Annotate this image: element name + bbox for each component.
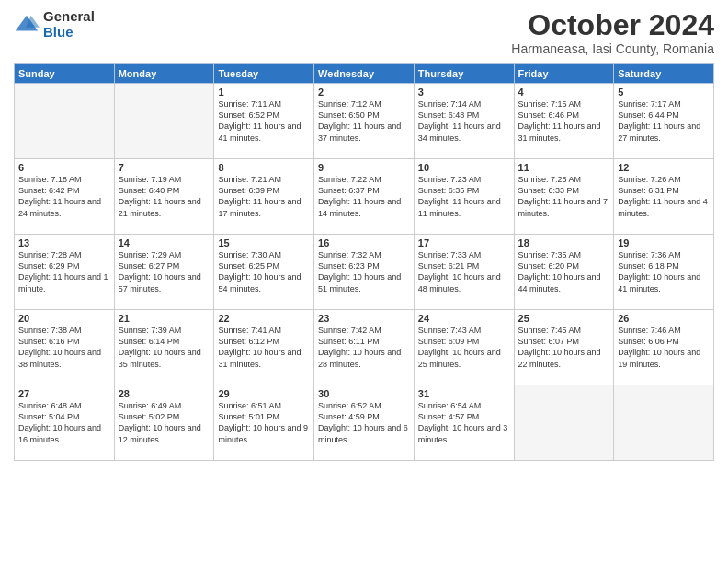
logo-blue-text: Blue <box>43 25 95 40</box>
day-number: 7 <box>119 162 210 173</box>
day-number: 17 <box>418 237 510 248</box>
day-number: 13 <box>18 237 110 248</box>
day-info: Sunrise: 7:12 AM Sunset: 6:50 PM Dayligh… <box>318 98 410 144</box>
day-info: Sunrise: 7:39 AM Sunset: 6:14 PM Dayligh… <box>119 325 210 370</box>
header-friday: Friday <box>514 64 614 84</box>
day-info: Sunrise: 6:51 AM Sunset: 5:01 PM Dayligh… <box>218 400 310 445</box>
day-info: Sunrise: 7:33 AM Sunset: 6:21 PM Dayligh… <box>418 249 510 294</box>
title-block: October 2024 Harmaneasa, Iasi County, Ro… <box>511 9 714 56</box>
day-info: Sunrise: 7:11 AM Sunset: 6:52 PM Dayligh… <box>218 98 310 144</box>
day-info: Sunrise: 7:38 AM Sunset: 6:16 PM Dayligh… <box>18 325 110 370</box>
header-wednesday: Wednesday <box>314 64 415 84</box>
day-number: 24 <box>418 313 510 324</box>
day-info: Sunrise: 7:22 AM Sunset: 6:37 PM Dayligh… <box>318 174 410 219</box>
day-number: 14 <box>119 237 210 248</box>
day-number: 31 <box>418 388 510 399</box>
header: General Blue October 2024 Harmaneasa, Ia… <box>14 9 714 56</box>
day-info: Sunrise: 7:14 AM Sunset: 6:48 PM Dayligh… <box>418 98 510 144</box>
logo-icon <box>14 12 40 38</box>
header-thursday: Thursday <box>414 64 514 84</box>
day-info: Sunrise: 7:30 AM Sunset: 6:25 PM Dayligh… <box>218 249 310 294</box>
day-info: Sunrise: 7:28 AM Sunset: 6:29 PM Dayligh… <box>18 249 110 294</box>
day-info: Sunrise: 7:42 AM Sunset: 6:11 PM Dayligh… <box>318 325 410 370</box>
table-row: 29Sunrise: 6:51 AM Sunset: 5:01 PM Dayli… <box>214 385 314 461</box>
day-info: Sunrise: 7:15 AM Sunset: 6:46 PM Dayligh… <box>518 98 610 144</box>
table-row: 12Sunrise: 7:26 AM Sunset: 6:31 PM Dayli… <box>614 159 714 235</box>
header-sunday: Sunday <box>15 64 115 84</box>
table-row: 11Sunrise: 7:25 AM Sunset: 6:33 PM Dayli… <box>514 159 614 235</box>
table-row: 25Sunrise: 7:45 AM Sunset: 6:07 PM Dayli… <box>514 310 614 385</box>
day-number: 28 <box>119 388 210 399</box>
table-row: 23Sunrise: 7:42 AM Sunset: 6:11 PM Dayli… <box>314 310 415 385</box>
day-info: Sunrise: 7:26 AM Sunset: 6:31 PM Dayligh… <box>618 174 710 219</box>
day-info: Sunrise: 7:25 AM Sunset: 6:33 PM Dayligh… <box>518 174 610 219</box>
logo-text: General Blue <box>43 9 95 40</box>
day-info: Sunrise: 6:48 AM Sunset: 5:04 PM Dayligh… <box>18 400 110 445</box>
table-row <box>514 385 614 461</box>
day-info: Sunrise: 7:35 AM Sunset: 6:20 PM Dayligh… <box>518 249 610 294</box>
day-number: 30 <box>318 388 410 399</box>
header-tuesday: Tuesday <box>214 64 314 84</box>
day-number: 12 <box>618 162 710 173</box>
table-row: 28Sunrise: 6:49 AM Sunset: 5:02 PM Dayli… <box>114 385 214 461</box>
day-number: 10 <box>418 162 510 173</box>
table-row: 19Sunrise: 7:36 AM Sunset: 6:18 PM Dayli… <box>614 235 714 310</box>
day-number: 26 <box>618 313 710 324</box>
day-number: 23 <box>318 313 410 324</box>
table-row: 21Sunrise: 7:39 AM Sunset: 6:14 PM Dayli… <box>114 310 214 385</box>
table-row: 26Sunrise: 7:46 AM Sunset: 6:06 PM Dayli… <box>614 310 714 385</box>
day-info: Sunrise: 7:43 AM Sunset: 6:09 PM Dayligh… <box>418 325 510 370</box>
day-number: 29 <box>218 388 310 399</box>
table-row: 4Sunrise: 7:15 AM Sunset: 6:46 PM Daylig… <box>514 84 614 159</box>
header-saturday: Saturday <box>614 64 714 84</box>
logo-general-text: General <box>43 9 95 25</box>
title-month: October 2024 <box>511 9 714 41</box>
table-row: 1Sunrise: 7:11 AM Sunset: 6:52 PM Daylig… <box>214 84 314 159</box>
table-row: 7Sunrise: 7:19 AM Sunset: 6:40 PM Daylig… <box>114 159 214 235</box>
day-number: 21 <box>119 313 210 324</box>
table-row <box>114 84 214 159</box>
calendar-row-1: 6Sunrise: 7:18 AM Sunset: 6:42 PM Daylig… <box>15 159 714 235</box>
table-row: 5Sunrise: 7:17 AM Sunset: 6:44 PM Daylig… <box>614 84 714 159</box>
table-row: 20Sunrise: 7:38 AM Sunset: 6:16 PM Dayli… <box>15 310 115 385</box>
day-info: Sunrise: 6:49 AM Sunset: 5:02 PM Dayligh… <box>119 400 210 445</box>
table-row <box>614 385 714 461</box>
day-info: Sunrise: 6:54 AM Sunset: 4:57 PM Dayligh… <box>418 400 510 445</box>
day-number: 11 <box>518 162 610 173</box>
table-row: 22Sunrise: 7:41 AM Sunset: 6:12 PM Dayli… <box>214 310 314 385</box>
day-info: Sunrise: 7:17 AM Sunset: 6:44 PM Dayligh… <box>618 98 710 144</box>
table-row: 2Sunrise: 7:12 AM Sunset: 6:50 PM Daylig… <box>314 84 415 159</box>
day-number: 22 <box>218 313 310 324</box>
day-info: Sunrise: 7:18 AM Sunset: 6:42 PM Dayligh… <box>18 174 110 219</box>
day-info: Sunrise: 7:36 AM Sunset: 6:18 PM Dayligh… <box>618 249 710 294</box>
day-info: Sunrise: 7:32 AM Sunset: 6:23 PM Dayligh… <box>318 249 410 294</box>
calendar-row-4: 27Sunrise: 6:48 AM Sunset: 5:04 PM Dayli… <box>15 385 714 461</box>
day-number: 3 <box>418 86 510 98</box>
calendar-table: Sunday Monday Tuesday Wednesday Thursday… <box>14 63 714 461</box>
logo: General Blue <box>14 9 95 40</box>
day-number: 9 <box>318 162 410 173</box>
day-number: 1 <box>218 86 310 98</box>
day-number: 16 <box>318 237 410 248</box>
calendar-row-2: 13Sunrise: 7:28 AM Sunset: 6:29 PM Dayli… <box>15 235 714 310</box>
table-row: 16Sunrise: 7:32 AM Sunset: 6:23 PM Dayli… <box>314 235 415 310</box>
calendar-row-0: 1Sunrise: 7:11 AM Sunset: 6:52 PM Daylig… <box>15 84 714 159</box>
day-number: 18 <box>518 237 610 248</box>
day-number: 4 <box>518 86 610 98</box>
table-row: 10Sunrise: 7:23 AM Sunset: 6:35 PM Dayli… <box>414 159 514 235</box>
weekday-header-row: Sunday Monday Tuesday Wednesday Thursday… <box>15 64 714 84</box>
day-info: Sunrise: 7:19 AM Sunset: 6:40 PM Dayligh… <box>119 174 210 219</box>
day-info: Sunrise: 7:45 AM Sunset: 6:07 PM Dayligh… <box>518 325 610 370</box>
table-row <box>15 84 115 159</box>
table-row: 30Sunrise: 6:52 AM Sunset: 4:59 PM Dayli… <box>314 385 415 461</box>
day-number: 27 <box>18 388 110 399</box>
table-row: 17Sunrise: 7:33 AM Sunset: 6:21 PM Dayli… <box>414 235 514 310</box>
day-info: Sunrise: 7:41 AM Sunset: 6:12 PM Dayligh… <box>218 325 310 370</box>
day-number: 8 <box>218 162 310 173</box>
day-number: 5 <box>618 86 710 98</box>
table-row: 24Sunrise: 7:43 AM Sunset: 6:09 PM Dayli… <box>414 310 514 385</box>
table-row: 9Sunrise: 7:22 AM Sunset: 6:37 PM Daylig… <box>314 159 415 235</box>
table-row: 18Sunrise: 7:35 AM Sunset: 6:20 PM Dayli… <box>514 235 614 310</box>
table-row: 27Sunrise: 6:48 AM Sunset: 5:04 PM Dayli… <box>15 385 115 461</box>
table-row: 13Sunrise: 7:28 AM Sunset: 6:29 PM Dayli… <box>15 235 115 310</box>
